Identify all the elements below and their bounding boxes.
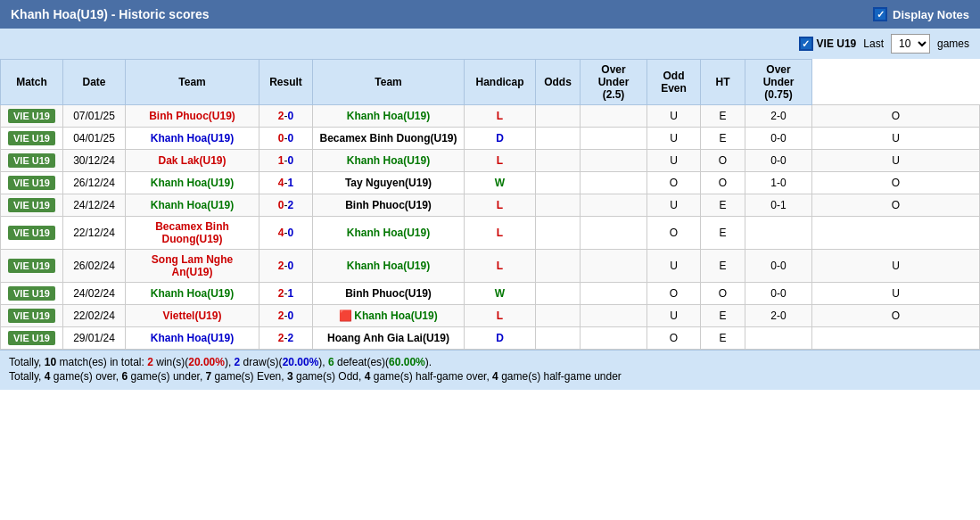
- table-row: VIE U19 24/02/24 Khanh Hoa(U19) 2-1 Binh…: [1, 283, 980, 305]
- col-over-under-25: Over Under (2.5): [581, 60, 647, 105]
- cell-handicap: [536, 250, 581, 283]
- col-team2: Team: [313, 60, 465, 105]
- page-title: Khanh Hoa(U19) - Historic scores: [11, 7, 210, 21]
- cell-ht: [745, 217, 812, 250]
- cell-handicap: [536, 172, 581, 194]
- cell-odd-even: E: [701, 194, 745, 217]
- cell-over-under-25: U: [647, 250, 701, 283]
- cell-ht: 0-0: [745, 283, 812, 305]
- cell-match: VIE U19: [1, 150, 63, 172]
- cell-team2: Khanh Hoa(U19): [313, 150, 465, 172]
- cell-team2: Binh Phuoc(U19): [313, 283, 465, 305]
- cell-odd-even: E: [701, 327, 745, 350]
- cell-odds: [581, 150, 647, 172]
- cell-over-under-075: U: [812, 250, 980, 283]
- cell-over-under-25: O: [647, 217, 701, 250]
- cell-over-under-075: U: [812, 128, 980, 150]
- table-row: VIE U19 26/12/24 Khanh Hoa(U19) 4-1 Tay …: [1, 172, 980, 194]
- cell-outcome: L: [465, 150, 536, 172]
- footer-line2: Totally, 4 game(s) over, 6 game(s) under…: [9, 370, 971, 383]
- cell-handicap: [536, 283, 581, 305]
- filter-bar: ✓ VIE U19 Last 10 5 15 20 games: [0, 29, 980, 59]
- cell-team1: Khanh Hoa(U19): [126, 194, 259, 217]
- col-odds: Odds: [536, 60, 581, 105]
- cell-team1: Becamex Binh Duong(U19): [126, 217, 259, 250]
- cell-outcome: L: [465, 194, 536, 217]
- cell-odd-even: E: [701, 217, 745, 250]
- cell-team1: Khanh Hoa(U19): [126, 283, 259, 305]
- display-notes-checkbox[interactable]: ✓: [873, 7, 887, 21]
- cell-ht: 2-0: [745, 305, 812, 327]
- cell-outcome: L: [465, 250, 536, 283]
- cell-odds: [581, 217, 647, 250]
- filter-games-label: games: [937, 37, 969, 50]
- cell-over-under-25: O: [647, 327, 701, 350]
- filter-games-select[interactable]: 10 5 15 20: [891, 34, 930, 54]
- matches-table: Match Date Team Result Team Handicap Odd…: [0, 59, 980, 350]
- cell-odds: [581, 327, 647, 350]
- col-result: Result: [259, 60, 313, 105]
- display-notes-label: Display Notes: [893, 8, 969, 21]
- col-handicap: Handicap: [465, 60, 536, 105]
- cell-date: 30/12/24: [63, 150, 126, 172]
- cell-ht: [745, 327, 812, 350]
- cell-over-under-25: U: [647, 128, 701, 150]
- cell-over-under-25: U: [647, 150, 701, 172]
- cell-match: VIE U19: [1, 250, 63, 283]
- cell-result: 2-1: [259, 283, 313, 305]
- cell-handicap: [536, 327, 581, 350]
- col-match: Match: [1, 60, 63, 105]
- cell-odds: [581, 305, 647, 327]
- cell-odd-even: E: [701, 250, 745, 283]
- table-row: VIE U19 07/01/25 Binh Phuoc(U19) 2-0 Kha…: [1, 105, 980, 128]
- cell-odds: [581, 172, 647, 194]
- cell-match: VIE U19: [1, 283, 63, 305]
- table-row: VIE U19 04/01/25 Khanh Hoa(U19) 0-0 Beca…: [1, 128, 980, 150]
- cell-result: 0-0: [259, 128, 313, 150]
- cell-outcome: D: [465, 128, 536, 150]
- cell-odd-even: O: [701, 172, 745, 194]
- header: Khanh Hoa(U19) - Historic scores ✓ Displ…: [0, 0, 980, 29]
- cell-match: VIE U19: [1, 305, 63, 327]
- cell-ht: 0-0: [745, 128, 812, 150]
- cell-match: VIE U19: [1, 128, 63, 150]
- table-row: VIE U19 26/02/24 Song Lam Nghe An(U19) 2…: [1, 250, 980, 283]
- cell-team1: Viettel(U19): [126, 305, 259, 327]
- cell-ht: 1-0: [745, 172, 812, 194]
- filter-team-label: VIE U19: [817, 37, 857, 50]
- col-date: Date: [63, 60, 126, 105]
- cell-over-under-25: U: [647, 194, 701, 217]
- col-over-under-075: Over Under (0.75): [745, 60, 812, 105]
- cell-outcome: W: [465, 283, 536, 305]
- cell-over-under-075: U: [812, 283, 980, 305]
- cell-over-under-25: O: [647, 172, 701, 194]
- cell-odds: [581, 250, 647, 283]
- cell-result: 2-0: [259, 305, 313, 327]
- cell-result: 2-0: [259, 105, 313, 128]
- cell-team2: Tay Nguyen(U19): [313, 172, 465, 194]
- cell-match: VIE U19: [1, 194, 63, 217]
- col-team1: Team: [126, 60, 259, 105]
- table-row: VIE U19 30/12/24 Dak Lak(U19) 1-0 Khanh …: [1, 150, 980, 172]
- cell-date: 22/12/24: [63, 217, 126, 250]
- cell-odds: [581, 283, 647, 305]
- cell-odd-even: E: [701, 305, 745, 327]
- cell-team1: Khanh Hoa(U19): [126, 327, 259, 350]
- cell-date: 24/02/24: [63, 283, 126, 305]
- filter-checkbox[interactable]: ✓: [799, 37, 813, 51]
- cell-result: 2-0: [259, 250, 313, 283]
- cell-result: 1-0: [259, 150, 313, 172]
- footer-line1: Totally, 10 match(es) in total: 2 win(s)…: [9, 356, 971, 368]
- cell-handicap: [536, 217, 581, 250]
- cell-result: 4-1: [259, 172, 313, 194]
- cell-odds: [581, 194, 647, 217]
- cell-ht: 2-0: [745, 105, 812, 128]
- cell-handicap: [536, 128, 581, 150]
- cell-handicap: [536, 194, 581, 217]
- cell-outcome: L: [465, 217, 536, 250]
- table-header-row: Match Date Team Result Team Handicap Odd…: [1, 60, 980, 105]
- cell-odd-even: E: [701, 105, 745, 128]
- cell-date: 04/01/25: [63, 128, 126, 150]
- cell-team2: Khanh Hoa(U19): [313, 217, 465, 250]
- cell-team2: Binh Phuoc(U19): [313, 194, 465, 217]
